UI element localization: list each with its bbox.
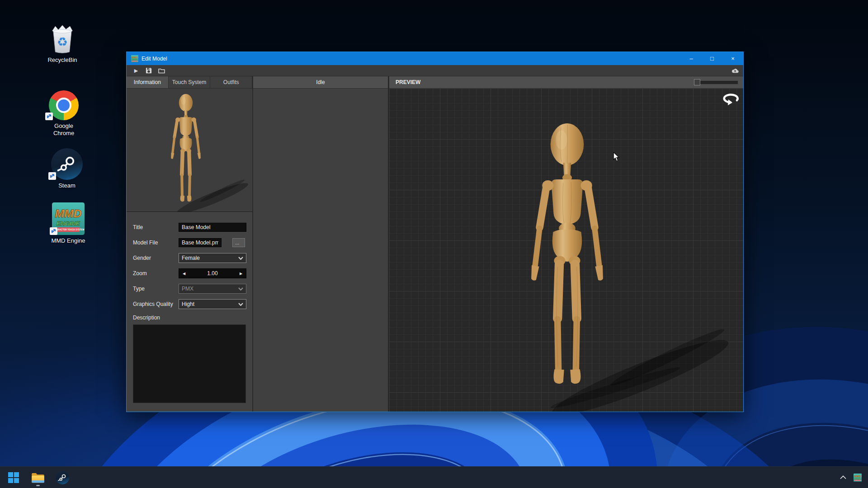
title-label: Title [133, 224, 179, 230]
mouse-cursor [612, 152, 621, 162]
zoom-decrease-button[interactable]: ◀ [179, 272, 189, 276]
desktop-icon-label: Google Chrome [46, 122, 82, 137]
rotate-view-icon [722, 92, 741, 106]
desktop-icon-label: RecycleBin [38, 56, 87, 64]
taskbar-file-explorer[interactable] [29, 469, 47, 487]
taskbar [0, 466, 868, 488]
idle-list[interactable] [253, 89, 388, 412]
idle-header: Idle [316, 79, 325, 85]
zoom-value: 1.00 [189, 270, 236, 277]
chevron-down-icon [238, 303, 243, 306]
slider-track[interactable] [700, 80, 738, 84]
browse-button[interactable]: ... [232, 238, 245, 247]
description-textarea[interactable] [133, 324, 246, 403]
model-file-input[interactable] [179, 238, 222, 247]
cloud-upload-icon [731, 68, 739, 74]
window-content: Information Touch System Outfits [127, 76, 743, 412]
gender-select[interactable]: Female [179, 253, 246, 263]
tab-bar: Information Touch System Outfits [127, 76, 252, 89]
edit-model-window: Edit Model – □ × ▶ [126, 52, 744, 412]
shortcut-arrow-icon [48, 172, 56, 180]
close-button[interactable]: × [722, 52, 743, 65]
desktop-icon-steam[interactable]: Steam [42, 145, 92, 189]
preview-panel: PREVIEW [388, 76, 743, 412]
model-thumbnail [127, 89, 252, 212]
tab-outfits[interactable]: Outfits [210, 76, 252, 88]
toolbar: ▶ [127, 65, 743, 76]
shortcut-arrow-icon [50, 227, 57, 235]
recycle-bin-icon: ♻ [49, 23, 75, 54]
save-button[interactable] [145, 67, 152, 74]
slider-thumb[interactable] [694, 79, 700, 85]
titlebar[interactable]: Edit Model – □ × [127, 52, 743, 65]
desktop-icon-label: MMD Engine [43, 237, 93, 244]
chevron-down-icon [238, 257, 243, 260]
preview-viewport[interactable] [389, 89, 743, 412]
graphics-quality-label: Graphics Quality [133, 301, 179, 307]
graphics-quality-select[interactable]: Hight [179, 299, 246, 309]
svg-text:♻: ♻ [57, 35, 68, 49]
type-select: PMX [179, 284, 246, 294]
zoom-stepper: ◀ 1.00 ▶ [179, 268, 246, 278]
taskbar-steam[interactable] [53, 469, 71, 487]
desktop: ♻ RecycleBin Google Chrome Steam [0, 0, 868, 488]
open-folder-icon [158, 68, 165, 74]
steam-icon [56, 471, 69, 484]
tab-touch-system[interactable]: Touch System [169, 76, 211, 88]
tab-information[interactable]: Information [127, 76, 169, 88]
preview-zoom-slider[interactable] [694, 79, 739, 86]
model-3d-view [389, 89, 743, 412]
tray-mmd-engine-icon[interactable] [854, 474, 862, 482]
windows-logo-icon [8, 472, 19, 483]
maximize-button[interactable]: □ [702, 52, 722, 65]
title-input[interactable] [179, 223, 246, 232]
play-button[interactable]: ▶ [132, 67, 140, 74]
tray-chevron-up-icon[interactable] [840, 475, 846, 479]
preview-header: PREVIEW [389, 79, 420, 85]
window-title: Edit Model [142, 56, 167, 62]
shortcut-arrow-icon [45, 113, 53, 120]
type-label: Type [133, 286, 179, 292]
file-explorer-icon [31, 472, 45, 483]
zoom-increase-button[interactable]: ▶ [236, 272, 246, 276]
desktop-icon-google-chrome[interactable]: Google Chrome [39, 85, 89, 137]
zoom-label: Zoom [133, 270, 179, 277]
save-icon [146, 67, 152, 74]
gender-label: Gender [133, 255, 179, 261]
cloud-upload-button[interactable] [731, 67, 739, 74]
chrome-icon [49, 90, 79, 120]
app-icon [131, 55, 138, 62]
idle-panel: Idle [252, 76, 388, 412]
open-folder-button[interactable] [158, 67, 165, 74]
description-label: Description [127, 314, 252, 321]
running-indicator [36, 485, 40, 486]
left-panel: Information Touch System Outfits [127, 76, 252, 412]
desktop-icon-mmd-engine[interactable]: MMD Engine [43, 200, 93, 244]
model-file-label: Model File [133, 239, 179, 246]
minimize-button[interactable]: – [681, 52, 702, 65]
desktop-icon-label: Steam [42, 182, 92, 189]
start-button[interactable] [5, 469, 23, 487]
desktop-icon-recycle-bin[interactable]: ♻ RecycleBin [38, 19, 87, 64]
chevron-down-icon [238, 287, 243, 291]
model-form: Title Model File ... Gender Female [127, 212, 252, 412]
